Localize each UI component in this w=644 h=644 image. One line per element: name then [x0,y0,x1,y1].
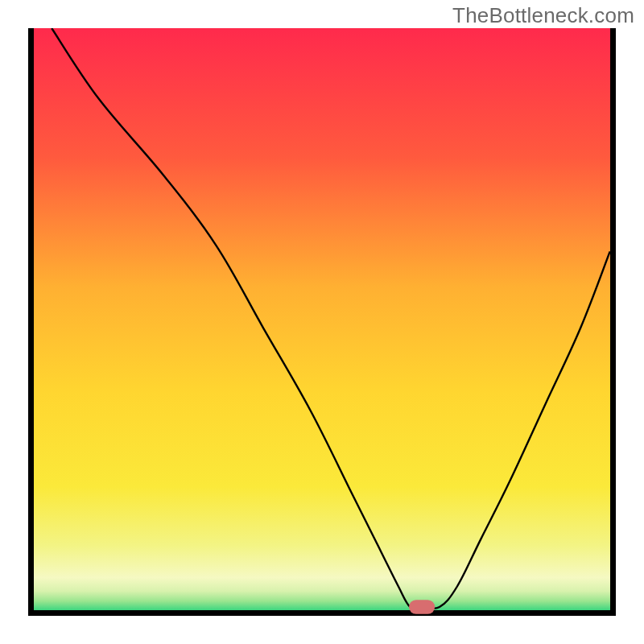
watermark-text: TheBottleneck.com [452,3,634,28]
optimum-marker [409,600,435,614]
bottleneck-chart [0,0,644,644]
chart-stage: TheBottleneck.com [0,0,644,644]
plot-background [28,28,616,616]
